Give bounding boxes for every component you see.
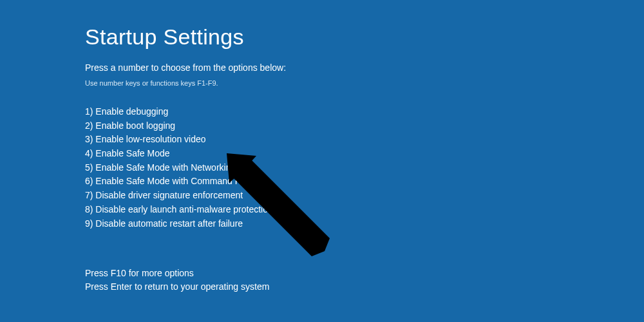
option-enable-low-resolution-video[interactable]: 3) Enable low-resolution video [85, 133, 644, 147]
option-enable-safe-mode[interactable]: 4) Enable Safe Mode [85, 147, 644, 161]
page-title: Startup Settings [85, 24, 644, 50]
boot-options-list: 1) Enable debugging 2) Enable boot loggi… [85, 105, 644, 231]
key-hint: Use number keys or functions keys F1-F9. [85, 79, 644, 87]
option-enable-safe-mode-command-prompt[interactable]: 6) Enable Safe Mode with Command Prompt [85, 175, 644, 189]
option-disable-automatic-restart[interactable]: 9) Disable automatic restart after failu… [85, 217, 644, 231]
option-enable-safe-mode-networking[interactable]: 5) Enable Safe Mode with Networking [85, 161, 644, 175]
option-enable-boot-logging[interactable]: 2) Enable boot logging [85, 119, 644, 133]
footer-more-options: Press F10 for more options [85, 267, 644, 280]
subtitle-instruction: Press a number to choose from the option… [85, 62, 644, 73]
footer-return-os: Press Enter to return to your operating … [85, 280, 644, 294]
option-disable-early-launch-antimalware[interactable]: 8) Disable early launch anti-malware pro… [85, 203, 644, 217]
option-enable-debugging[interactable]: 1) Enable debugging [85, 105, 644, 119]
startup-settings-screen: Startup Settings Press a number to choos… [0, 0, 644, 294]
option-disable-driver-signature-enforcement[interactable]: 7) Disable driver signature enforcement [85, 189, 644, 203]
